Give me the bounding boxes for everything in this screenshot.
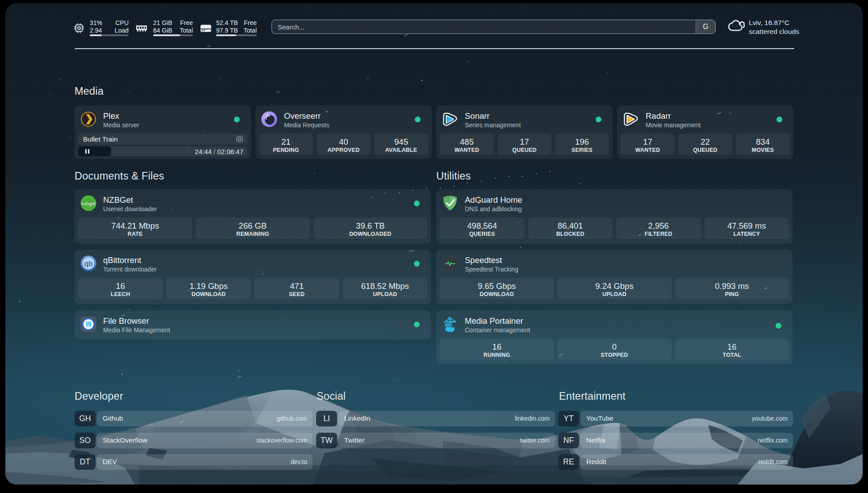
svg-text:qb: qb bbox=[84, 259, 93, 268]
svg-text:nzbget: nzbget bbox=[81, 201, 96, 206]
